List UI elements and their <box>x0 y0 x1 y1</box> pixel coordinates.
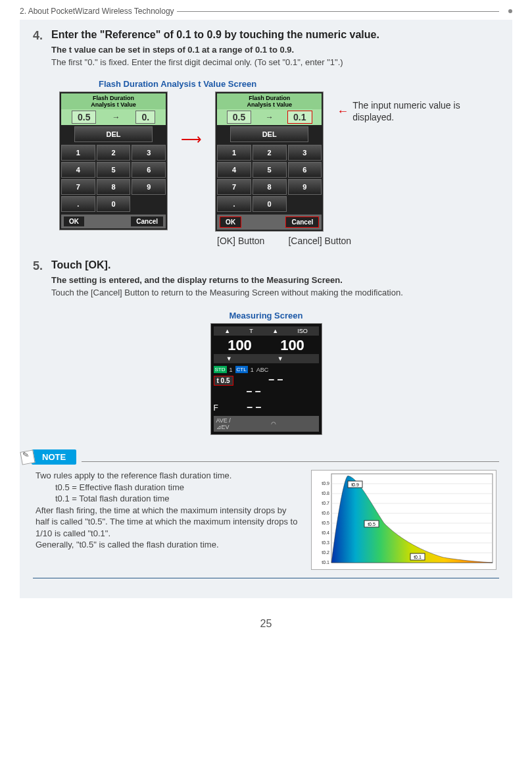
callout-text: The input numeric value is displayed. <box>352 99 499 123</box>
numpad-left: Flash Duration Analysis t Value 0.5 → 0.… <box>59 91 168 230</box>
svg-text:t0.3: t0.3 <box>322 540 329 545</box>
key-8[interactable]: 8 <box>253 179 287 195</box>
step-4: 4. Enter the "Reference" of 0.1 to 0.9 b… <box>33 29 499 74</box>
svg-text:t0.1: t0.1 <box>322 560 329 565</box>
key-7[interactable]: 7 <box>61 179 95 195</box>
measuring-screen: ▲ T ▲ ISO 100 100 ▼▼ STD 1 CTL 1 ABC t <box>210 323 322 435</box>
key-6[interactable]: 6 <box>132 162 166 178</box>
note-line: Two rules apply to the reference flash d… <box>36 470 298 482</box>
svg-text:t0.9: t0.9 <box>351 482 359 487</box>
note-badge: NOTE <box>32 449 76 465</box>
key-del[interactable]: DEL <box>74 126 153 142</box>
circle-icon: ◠ <box>271 421 276 427</box>
key-2[interactable]: 2 <box>253 145 287 161</box>
key-del[interactable]: DEL <box>230 126 308 142</box>
key-1[interactable]: 1 <box>217 145 251 161</box>
step-number: 4. <box>33 29 51 74</box>
ok-label: [OK] Button <box>217 236 264 246</box>
header-text: 2. About PocketWizard Wireless Technolog… <box>20 7 174 16</box>
svg-text:t0.1: t0.1 <box>414 555 422 559</box>
key-3[interactable]: 3 <box>132 145 166 161</box>
arrow-left-icon: ← <box>337 105 349 118</box>
step-text: Touch the [Cancel] Button to return to t… <box>51 288 499 297</box>
key-dot[interactable]: . <box>217 196 251 212</box>
note-header: NOTE <box>21 449 499 465</box>
iso-value: 100 <box>280 337 304 354</box>
svg-text:t0.5: t0.5 <box>368 522 375 526</box>
measuring-caption: Measuring Screen <box>33 311 499 320</box>
key-8[interactable]: 8 <box>97 179 131 195</box>
svg-text:t0.5: t0.5 <box>322 521 329 525</box>
key-4[interactable]: 4 <box>61 162 95 178</box>
pencil-icon <box>20 449 35 465</box>
t05-badge: t 0.5 <box>214 376 233 386</box>
note-line: t0.1 = Total flash duration time <box>55 493 298 505</box>
key-7[interactable]: 7 <box>217 179 251 195</box>
key-3[interactable]: 3 <box>288 145 322 161</box>
step-subtitle: The t value can be set in steps of 0.1 a… <box>51 45 499 55</box>
step-number: 5. <box>33 259 51 304</box>
header-section: 2. About PocketWizard Wireless Technolog… <box>20 7 512 16</box>
note-line: Generally, "t0.5" is called the flash du… <box>36 539 298 551</box>
arrow-icon: ⟶ <box>181 131 202 148</box>
key-dot[interactable]: . <box>61 196 95 212</box>
note-body: Two rules apply to the reference flash d… <box>33 470 499 575</box>
key-0[interactable]: 0 <box>97 196 131 212</box>
svg-text:t0.2: t0.2 <box>322 550 329 555</box>
svg-text:t0.7: t0.7 <box>322 501 329 505</box>
note-line: After flash firing, the time at which th… <box>36 505 298 540</box>
cancel-button[interactable]: Cancel <box>131 217 163 226</box>
ok-button[interactable]: OK <box>64 217 84 226</box>
cancel-button[interactable]: Cancel <box>285 217 319 228</box>
key-0[interactable]: 0 <box>253 196 287 212</box>
flash-duration-chart: t0.9t0.8t0.7 t0.6t0.5t0.4 t0.3t0.2t0.1 <box>311 470 496 570</box>
numpad-screens: Flash Duration Analysis t Value 0.5 → 0.… <box>59 91 499 232</box>
note-line: t0.5 = Effective flash duration time <box>55 482 298 494</box>
key-6[interactable]: 6 <box>288 162 322 178</box>
screen-caption: Flash Duration Analysis t Value Screen <box>99 79 499 89</box>
page-number: 25 <box>20 618 512 630</box>
value-right-a[interactable]: 0.5 <box>227 111 251 124</box>
value-right-b[interactable]: 0.1 <box>287 111 312 124</box>
step-title: Touch [OK]. <box>51 259 499 271</box>
ok-button[interactable]: OK <box>220 217 241 228</box>
t-value: 100 <box>228 337 252 354</box>
value-left-a[interactable]: 0.5 <box>72 111 96 124</box>
key-5[interactable]: 5 <box>97 162 131 178</box>
step-subtitle: The setting is entered, and the display … <box>51 275 499 285</box>
step-text: The first "0." is fixed. Enter the first… <box>51 57 499 67</box>
svg-text:t0.8: t0.8 <box>322 491 329 496</box>
step-5: 5. Touch [OK]. The setting is entered, a… <box>33 259 499 304</box>
svg-text:t0.9: t0.9 <box>322 481 329 486</box>
key-9[interactable]: 9 <box>288 179 322 195</box>
numpad-right: Flash Duration Analysis t Value 0.5 → 0.… <box>215 91 324 232</box>
step-title: Enter the "Reference" of 0.1 to 0.9 by t… <box>51 29 499 41</box>
key-4[interactable]: 4 <box>217 162 251 178</box>
value-left-b[interactable]: 0. <box>135 111 155 124</box>
key-2[interactable]: 2 <box>97 145 131 161</box>
key-9[interactable]: 9 <box>132 179 166 195</box>
content-area: 4. Enter the "Reference" of 0.1 to 0.9 b… <box>20 20 512 598</box>
svg-text:t0.4: t0.4 <box>322 530 329 535</box>
button-labels: [OK] Button [Cancel] Button <box>217 236 499 246</box>
key-5[interactable]: 5 <box>253 162 287 178</box>
key-1[interactable]: 1 <box>61 145 95 161</box>
svg-text:t0.6: t0.6 <box>322 511 329 515</box>
cancel-label: [Cancel] Button <box>288 236 351 246</box>
